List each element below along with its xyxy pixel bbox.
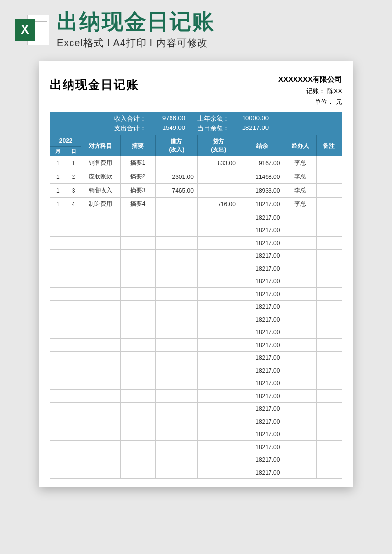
company-name: XXXXXXX有限公司 bbox=[278, 73, 342, 86]
cell bbox=[155, 224, 197, 237]
cell bbox=[284, 326, 317, 339]
cell bbox=[50, 313, 66, 326]
summary-bar: 收入合计： 9766.00 上年余额： 10000.00 支出合计： 1549.… bbox=[50, 112, 342, 135]
cell bbox=[81, 313, 120, 326]
cell bbox=[120, 339, 155, 352]
cell bbox=[120, 352, 155, 364]
cell: 18933.00 bbox=[240, 184, 284, 198]
cell bbox=[284, 377, 317, 390]
cell: 1 bbox=[50, 156, 66, 170]
cell bbox=[284, 403, 317, 415]
cell bbox=[50, 250, 66, 262]
cell bbox=[50, 211, 66, 224]
cell: 11468.00 bbox=[240, 170, 284, 184]
cell bbox=[66, 288, 81, 301]
cell: 18217.00 bbox=[240, 275, 284, 288]
cell bbox=[197, 441, 240, 453]
cell: 应收账款 bbox=[81, 170, 120, 184]
cell bbox=[316, 390, 342, 403]
cell: 18217.00 bbox=[240, 466, 284, 479]
cell: 18217.00 bbox=[240, 441, 284, 453]
table-row: 18217.00 bbox=[50, 364, 342, 377]
banner: X 出纳现金日记账 Excel格式 I A4打印 I 内容可修改 bbox=[0, 0, 392, 55]
cell bbox=[50, 275, 66, 288]
ledger-table: 2022 对方科目 摘要 借方 (收入) 贷方 (支出) 结余 经办人 备注 月… bbox=[50, 135, 342, 479]
cell bbox=[66, 415, 81, 428]
cell bbox=[155, 211, 197, 224]
cell: 7465.00 bbox=[155, 184, 197, 198]
cell bbox=[316, 453, 342, 466]
table-row: 18217.00 bbox=[50, 262, 342, 275]
cell bbox=[120, 237, 155, 250]
cell bbox=[155, 390, 197, 403]
cell bbox=[155, 364, 197, 377]
cell bbox=[316, 364, 342, 377]
cell bbox=[120, 275, 155, 288]
table-row: 18217.00 bbox=[50, 453, 342, 466]
cell: 18217.00 bbox=[240, 428, 284, 441]
cell bbox=[284, 339, 317, 352]
cell bbox=[81, 466, 120, 479]
cell bbox=[81, 301, 120, 313]
cell bbox=[155, 326, 197, 339]
cell bbox=[66, 377, 81, 390]
prev-balance-label: 上年余额： bbox=[187, 114, 231, 124]
today-balance-value: 18217.00 bbox=[231, 124, 270, 133]
cell bbox=[316, 211, 342, 224]
cell bbox=[66, 250, 81, 262]
expense-label: 支出合计： bbox=[109, 124, 148, 133]
cell: 18217.00 bbox=[240, 250, 284, 262]
cell bbox=[197, 352, 240, 364]
cell bbox=[50, 377, 66, 390]
cell bbox=[81, 224, 120, 237]
cell bbox=[81, 211, 120, 224]
cell bbox=[50, 415, 66, 428]
cell bbox=[197, 301, 240, 313]
cell bbox=[50, 339, 66, 352]
cell bbox=[120, 390, 155, 403]
cell bbox=[197, 339, 240, 352]
table-row: 18217.00 bbox=[50, 313, 342, 326]
cell bbox=[197, 390, 240, 403]
cell bbox=[316, 250, 342, 262]
cell bbox=[316, 170, 342, 184]
cell bbox=[66, 466, 81, 479]
cell bbox=[120, 377, 155, 390]
recorder-label: 记账： bbox=[306, 87, 325, 95]
cell bbox=[50, 288, 66, 301]
cell bbox=[81, 262, 120, 275]
cell bbox=[155, 313, 197, 326]
header-summary: 摘要 bbox=[120, 135, 155, 156]
cell bbox=[81, 428, 120, 441]
banner-title: 出纳现金日记账 bbox=[57, 10, 377, 33]
table-row: 18217.00 bbox=[50, 415, 342, 428]
cell bbox=[120, 364, 155, 377]
cell: 李总 bbox=[284, 184, 317, 198]
cell bbox=[50, 466, 66, 479]
cell bbox=[197, 453, 240, 466]
cell: 18217.00 bbox=[240, 198, 284, 211]
cell bbox=[66, 262, 81, 275]
cell bbox=[155, 403, 197, 415]
header-remark: 备注 bbox=[316, 135, 342, 156]
cell bbox=[66, 224, 81, 237]
cell bbox=[155, 339, 197, 352]
cell: 18217.00 bbox=[240, 301, 284, 313]
cell bbox=[316, 403, 342, 415]
cell bbox=[155, 262, 197, 275]
cell bbox=[120, 326, 155, 339]
cell bbox=[50, 301, 66, 313]
cell: 18217.00 bbox=[240, 262, 284, 275]
cell bbox=[155, 352, 197, 364]
cell: 摘要4 bbox=[120, 198, 155, 211]
cell bbox=[197, 466, 240, 479]
cell bbox=[197, 237, 240, 250]
cell bbox=[120, 428, 155, 441]
cell: 1 bbox=[66, 156, 81, 170]
table-row: 18217.00 bbox=[50, 390, 342, 403]
table-row: 18217.00 bbox=[50, 326, 342, 339]
table-row: 18217.00 bbox=[50, 441, 342, 453]
today-balance-label: 当日余额： bbox=[187, 124, 231, 133]
income-value: 9766.00 bbox=[148, 114, 187, 124]
table-row: 18217.00 bbox=[50, 237, 342, 250]
